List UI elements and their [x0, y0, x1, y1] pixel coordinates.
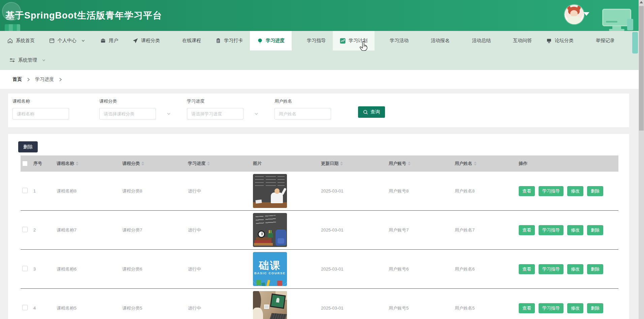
row-checkbox[interactable]: [22, 305, 28, 310]
delete-button[interactable]: 删除: [587, 186, 603, 196]
cell-progress: 进行中: [186, 266, 252, 272]
vertical-scrollbar[interactable]: [639, 0, 644, 319]
view-button[interactable]: 查看: [519, 186, 535, 196]
sort-caret-icon[interactable]: [474, 162, 477, 166]
avatar-dropdown-caret-icon[interactable]: [583, 12, 589, 16]
chevron-down-icon: [80, 38, 86, 44]
nav-label: 学习打卡: [224, 38, 243, 44]
nav-label: 个人中心: [58, 38, 76, 44]
select-caret-icon[interactable]: [166, 111, 171, 116]
select-caret-icon[interactable]: [254, 111, 259, 116]
delete-button[interactable]: 删除: [587, 303, 603, 313]
edit-button[interactable]: 修改: [567, 303, 583, 313]
column-header-user[interactable]: 用户姓名: [452, 161, 517, 167]
sort-caret-icon[interactable]: [141, 162, 144, 166]
edit-button[interactable]: 修改: [567, 225, 583, 235]
table-panel: 删除 序号 课程名称 课程分类: [8, 134, 629, 319]
filter-course-category: 课程分类: [99, 98, 171, 127]
nav-item-study-checkin[interactable]: 学习打卡: [208, 31, 250, 50]
app-page: 基于SpringBoot生活版青年学习平台 系统首页: [0, 0, 644, 319]
cell-user: 用户姓名6: [452, 266, 517, 272]
nav-item-study-guidance[interactable]: 学习指导: [292, 31, 333, 50]
study-guidance-button[interactable]: 学习指导: [539, 264, 564, 274]
column-header-account[interactable]: 用户账号: [386, 161, 452, 167]
table-row: 4 课程名称5 课程分类5 进行中 2025-03-01 用户账号5 用户姓: [21, 289, 618, 319]
row-checkbox[interactable]: [22, 188, 28, 193]
sort-caret-icon[interactable]: [340, 162, 343, 166]
sliders-icon: [9, 58, 15, 63]
progress-select[interactable]: [187, 108, 244, 119]
poster-subcaption: BASIC COURSE: [253, 272, 287, 275]
nav-label: 系统管理: [18, 57, 37, 63]
nav-label: 系统首页: [16, 38, 35, 44]
nav-item-online-courses[interactable]: 在线课程: [167, 31, 208, 50]
edit-button[interactable]: 修改: [567, 186, 583, 196]
filter-label: 课程分类: [99, 98, 171, 104]
delete-button[interactable]: 删除: [587, 264, 603, 274]
data-table: 序号 课程名称 课程分类 学习进度 图片: [21, 155, 618, 319]
nav-label: 用户: [109, 38, 118, 44]
scrollbar-up-arrow-icon[interactable]: [640, 1, 643, 3]
nav-item-users[interactable]: 用户: [93, 31, 125, 50]
sort-caret-icon[interactable]: [408, 162, 411, 166]
app-title: 基于SpringBoot生活版青年学习平台: [5, 9, 162, 22]
breadcrumb-home[interactable]: 首页: [12, 76, 22, 82]
study-guidance-button[interactable]: 学习指导: [539, 186, 564, 196]
view-button[interactable]: 查看: [519, 225, 535, 235]
edit-button[interactable]: 修改: [567, 264, 583, 274]
view-button[interactable]: 查看: [519, 303, 535, 313]
user-avatar[interactable]: [565, 5, 584, 24]
nav-item-report-records[interactable]: 举报记录: [581, 31, 622, 50]
cell-course: 课程名称7: [54, 227, 120, 233]
grid-icon: [464, 38, 469, 43]
chart-icon: [340, 38, 346, 44]
scrollbar-thumb[interactable]: [639, 6, 644, 131]
nav-item-activity-signup[interactable]: 活动报名: [416, 31, 457, 50]
cell-date: 2025-03-01: [319, 227, 386, 233]
column-header-category[interactable]: 课程分类: [120, 161, 186, 167]
search-button[interactable]: 查询: [358, 106, 385, 118]
user-name-input[interactable]: [275, 108, 331, 119]
nav-item-system-home[interactable]: 系统首页: [0, 31, 42, 50]
nav-item-personal-center[interactable]: 个人中心: [42, 31, 93, 50]
nav-label: 学习活动: [390, 38, 409, 44]
column-header-course[interactable]: 课程名称: [54, 161, 120, 167]
course-name-input[interactable]: [12, 108, 69, 119]
sort-caret-icon[interactable]: [207, 162, 210, 166]
nav-item-activity-summary[interactable]: 活动总结: [457, 31, 498, 50]
nav-item-qa[interactable]: 互动问答: [498, 31, 539, 50]
nav-item-system-admin[interactable]: 系统管理: [0, 50, 54, 70]
course-image-books-clock-backpack: [253, 213, 287, 247]
cell-date: 2025-03-01: [319, 188, 386, 193]
course-category-select[interactable]: [99, 108, 156, 119]
cell-progress: 进行中: [186, 227, 252, 233]
row-checkbox[interactable]: [22, 227, 28, 232]
cell-no: 1: [33, 188, 54, 193]
nav-item-forum-category[interactable]: 论坛分类: [539, 31, 581, 50]
sort-caret-icon[interactable]: [76, 162, 78, 166]
nav-item-course-category[interactable]: 课程分类: [125, 31, 167, 50]
view-button[interactable]: 查看: [519, 264, 535, 274]
column-header-date[interactable]: 更新日期: [319, 161, 386, 167]
column-header-progress[interactable]: 学习进度: [186, 161, 252, 167]
study-guidance-button[interactable]: 学习指导: [539, 303, 564, 313]
cell-category: 课程分类8: [120, 188, 186, 194]
select-all-checkbox[interactable]: [22, 161, 28, 166]
study-guidance-button[interactable]: 学习指导: [539, 225, 564, 235]
nav-label: 课程分类: [141, 38, 160, 44]
grid-icon: [588, 38, 593, 43]
nav-item-study-plan[interactable]: 学习计划: [333, 31, 375, 50]
delete-button[interactable]: 删除: [587, 225, 603, 235]
course-image-basic-course-poster: 础课 BASIC COURSE: [253, 252, 287, 286]
tower-decoration-small: [632, 32, 638, 54]
filter-progress: 学习进度: [187, 98, 259, 127]
cell-progress: 进行中: [186, 188, 252, 194]
tower-decoration: [627, 19, 633, 30]
row-checkbox[interactable]: [22, 266, 28, 271]
bulk-delete-button[interactable]: 删除: [18, 141, 38, 152]
nav-item-study-progress[interactable]: 学习进度: [250, 31, 292, 50]
filter-label: 用户姓名: [275, 98, 331, 104]
nav-item-study-activities[interactable]: 学习活动: [375, 31, 416, 50]
search-button-label: 查询: [371, 109, 380, 115]
nav-label: 学习指导: [307, 38, 326, 44]
